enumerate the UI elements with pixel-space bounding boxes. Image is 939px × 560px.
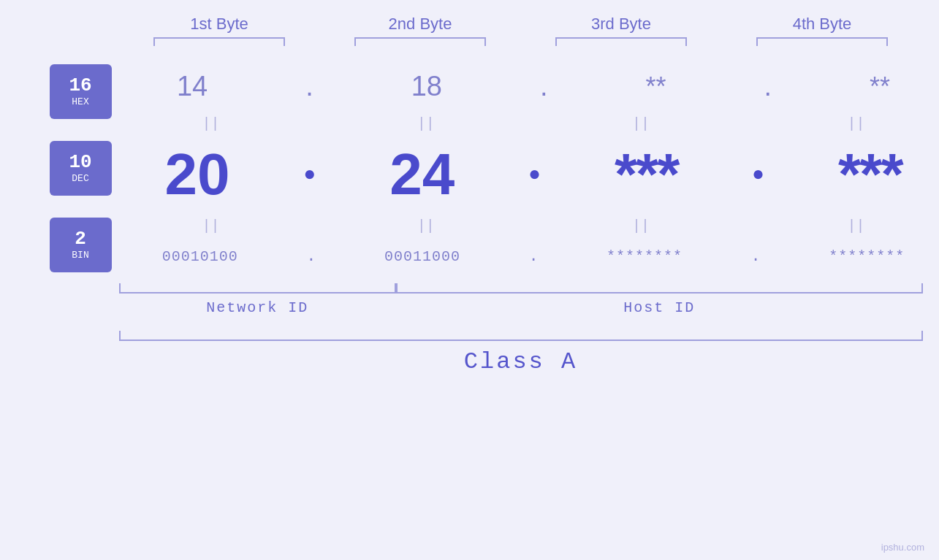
bracket-4 xyxy=(756,37,888,46)
bottom-brackets xyxy=(119,283,923,294)
byte-label-4: 4th Byte xyxy=(742,15,902,34)
class-label: Class A xyxy=(119,348,923,375)
dec-val-2: 24 xyxy=(389,145,455,204)
bin-val-3: ******** xyxy=(607,248,683,265)
full-bracket-row: Class A xyxy=(119,331,923,375)
main-area: 16 HEX 10 DEC 2 BIN 14 . 18 . ** . ** xyxy=(33,57,939,280)
dot-hex-2: . xyxy=(540,71,548,102)
eq1-3: || xyxy=(568,115,714,132)
bin-val-1: 00010100 xyxy=(162,248,238,265)
dot-hex-1: . xyxy=(305,71,313,102)
hex-badge-label: HEX xyxy=(72,96,88,107)
hex-val-1: 14 xyxy=(177,71,208,102)
eq1-2: || xyxy=(353,115,499,132)
bin-row: 00010100 . 00011000 . ******** . *******… xyxy=(128,248,939,266)
byte-label-2: 2nd Byte xyxy=(340,15,501,34)
dec-val-1: 20 xyxy=(164,145,229,204)
eq2-2: || xyxy=(353,218,499,234)
eq2-4: || xyxy=(783,218,929,234)
bottom-area: Network ID Host ID xyxy=(119,283,923,316)
hex-val-3: ** xyxy=(645,72,666,102)
eq1-1: || xyxy=(138,115,284,132)
bin-val-4: ******** xyxy=(829,248,905,265)
dot-dec-2: ● xyxy=(528,164,541,186)
dot-bin-2: . xyxy=(528,248,538,266)
main-container: 1st Byte 2nd Byte 3rd Byte 4th Byte 16 H… xyxy=(0,0,939,560)
eq2-1: || xyxy=(138,218,284,234)
watermark: ipshu.com xyxy=(881,542,924,553)
dec-badge-num: 10 xyxy=(69,153,91,172)
dot-bin-3: . xyxy=(751,248,761,266)
eq2-3: || xyxy=(568,218,714,234)
bracket-row xyxy=(119,37,923,46)
bin-badge: 2 BIN xyxy=(50,218,112,272)
host-id-label: Host ID xyxy=(396,299,923,316)
network-bracket xyxy=(119,283,396,294)
network-id-label: Network ID xyxy=(119,299,396,316)
full-bracket xyxy=(119,331,923,341)
equals-row-1: || || || || xyxy=(128,115,939,132)
dec-badge: 10 DEC xyxy=(50,141,112,196)
equals-row-2: || || || || xyxy=(128,218,939,234)
values-area: 14 . 18 . ** . ** || || || || 20 xyxy=(128,57,939,280)
dec-badge-label: DEC xyxy=(72,173,88,184)
bin-badge-label: BIN xyxy=(72,250,88,261)
bin-badge-num: 2 xyxy=(75,229,86,248)
eq1-4: || xyxy=(783,115,929,132)
hex-val-2: 18 xyxy=(411,71,442,102)
hex-val-4: ** xyxy=(870,72,890,102)
dec-row: 20 ● 24 ● *** ● *** xyxy=(128,145,939,204)
hex-badge-num: 16 xyxy=(69,76,91,95)
hex-row: 14 . 18 . ** . ** xyxy=(128,71,939,102)
header-row: 1st Byte 2nd Byte 3rd Byte 4th Byte xyxy=(119,15,923,34)
byte-label-1: 1st Byte xyxy=(139,15,300,34)
dot-dec-3: ● xyxy=(752,164,764,186)
byte-label-3: 3rd Byte xyxy=(541,15,702,34)
bin-val-2: 00011000 xyxy=(384,248,460,265)
dot-dec-1: ● xyxy=(303,164,316,186)
dec-val-4: *** xyxy=(838,145,902,204)
dot-bin-1: . xyxy=(306,248,316,266)
host-bracket xyxy=(396,283,923,294)
dec-val-3: *** xyxy=(615,145,678,204)
bottom-labels: Network ID Host ID xyxy=(119,299,923,316)
hex-badge: 16 HEX xyxy=(50,64,112,119)
badge-column: 16 HEX 10 DEC 2 BIN xyxy=(33,57,128,280)
bracket-3 xyxy=(555,37,687,46)
bracket-1 xyxy=(153,37,285,46)
dot-hex-3: . xyxy=(764,71,772,102)
bracket-2 xyxy=(354,37,486,46)
